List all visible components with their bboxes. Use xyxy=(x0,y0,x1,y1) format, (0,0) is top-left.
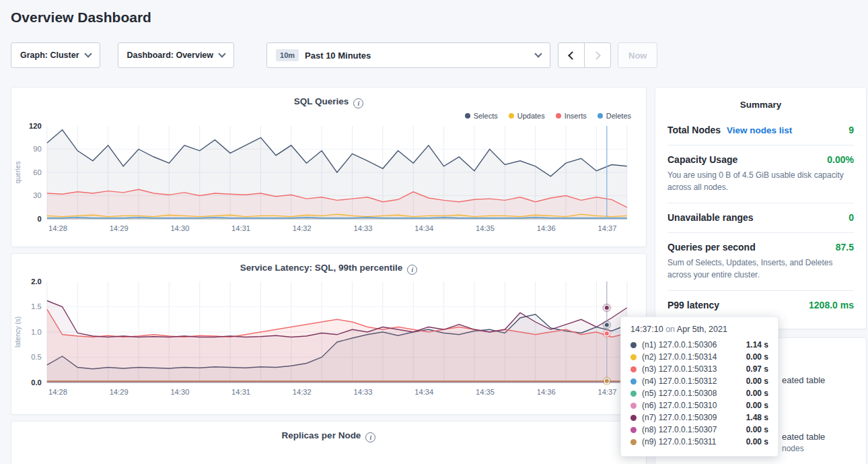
sql-queries-chart-card: SQL Queriesi SelectsUpdatesInsertsDelete… xyxy=(11,87,647,247)
tooltip-row: (n1) 127.0.0.1:503061.14 s xyxy=(630,339,768,351)
svg-text:14:37: 14:37 xyxy=(598,388,616,396)
legend-label: Selects xyxy=(474,112,498,120)
node-color-dot xyxy=(630,342,637,348)
chevron-down-icon xyxy=(84,50,92,57)
time-nav-buttons xyxy=(558,42,611,68)
tooltip-date: Apr 5th, 2021 xyxy=(677,325,727,334)
node-color-dot xyxy=(630,354,637,360)
summary-row-p99-latency: P99 latency 1208.0 ms xyxy=(667,291,854,320)
tooltip-row: (n7) 127.0.0.1:503091.48 s xyxy=(630,411,768,424)
dashboard-dropdown[interactable]: Dashboard: Overview xyxy=(118,42,235,68)
svg-text:14:34: 14:34 xyxy=(414,224,433,232)
info-icon[interactable]: i xyxy=(365,432,375,442)
toolbar: Graph: Cluster Dashboard: Overview 10m P… xyxy=(11,42,857,68)
time-back-button[interactable] xyxy=(558,42,585,68)
summary-description: Sum of Selects, Updates, Inserts, and De… xyxy=(667,257,854,281)
view-nodes-list-link[interactable]: View nodes list xyxy=(727,125,792,135)
time-forward-button[interactable] xyxy=(584,42,611,68)
now-button[interactable]: Now xyxy=(618,42,657,68)
legend-dot xyxy=(556,113,561,119)
sql-queries-chart[interactable]: 0306090120queries14:2814:2914:3014:3114:… xyxy=(11,121,637,236)
tooltip-node-label: (n2) 127.0.0.1:50314 xyxy=(642,352,746,362)
tooltip-node-value: 1.14 s xyxy=(746,340,768,350)
event-item[interactable]: eated table xyxy=(782,375,825,385)
tooltip-node-label: (n1) 127.0.0.1:50306 xyxy=(642,340,746,350)
legend-item[interactable]: Inserts xyxy=(556,112,587,120)
svg-text:14:35: 14:35 xyxy=(476,224,495,232)
svg-text:14:29: 14:29 xyxy=(110,224,129,232)
summary-row-unavailable-ranges: Unavailable ranges 0 xyxy=(667,203,854,233)
node-color-dot xyxy=(630,403,637,409)
summary-value: 9 xyxy=(848,125,854,135)
legend-dot xyxy=(465,113,470,119)
svg-text:14:32: 14:32 xyxy=(293,388,312,396)
service-latency-chart-card: Service Latency: SQL, 99th percentilei 0… xyxy=(11,253,647,415)
node-color-dot xyxy=(630,366,637,372)
svg-text:14:33: 14:33 xyxy=(354,224,373,232)
summary-row-total-nodes: Total Nodes View nodes list 9 xyxy=(667,116,854,145)
tooltip-node-value: 1.48 s xyxy=(746,413,768,422)
graph-dropdown-label: Graph: Cluster xyxy=(20,51,79,60)
svg-text:14:33: 14:33 xyxy=(354,388,373,396)
summary-label: Queries per second xyxy=(667,242,756,253)
tooltip-node-label: (n9) 127.0.0.1:50311 xyxy=(642,437,746,446)
info-icon[interactable]: i xyxy=(353,98,363,108)
tooltip-node-value: 0.00 s xyxy=(746,437,768,446)
summary-label: Capacity Usage xyxy=(667,154,737,165)
chevron-right-icon xyxy=(592,51,601,60)
tooltip-row: (n6) 127.0.0.1:503100.00 s xyxy=(630,399,768,411)
time-range-dropdown[interactable]: 10m Past 10 Minutes xyxy=(266,42,550,68)
event-item[interactable]: eated table xyxy=(782,432,825,442)
tooltip-row: (n4) 127.0.0.1:503120.00 s xyxy=(630,375,768,387)
tooltip-row: (n5) 127.0.0.1:503080.00 s xyxy=(630,387,768,399)
svg-text:2.0: 2.0 xyxy=(31,277,42,286)
info-icon[interactable]: i xyxy=(407,265,417,275)
legend-label: Inserts xyxy=(565,112,587,120)
service-latency-chart[interactable]: 0.00.51.01.52.0latency (s)14:2814:2914:3… xyxy=(11,275,637,400)
tooltip-row: (n3) 127.0.0.1:503130.97 s xyxy=(630,363,768,375)
legend-dot xyxy=(598,113,603,119)
tooltip-node-value: 0.00 s xyxy=(746,376,768,386)
overview-dashboard-page: Overview Dashboard Graph: Cluster Dashbo… xyxy=(0,0,868,464)
chevron-down-icon xyxy=(218,50,225,57)
summary-value: 87.5 xyxy=(836,242,854,253)
svg-text:14:30: 14:30 xyxy=(170,388,189,396)
summary-row-queries-per-second: Queries per second 87.5 Sum of Selects, … xyxy=(667,233,854,291)
svg-text:120: 120 xyxy=(29,122,42,130)
svg-text:1.5: 1.5 xyxy=(31,303,42,311)
event-item-subtext: nodes xyxy=(782,444,804,453)
summary-row-capacity-usage: Capacity Usage 0.00% You are using 0 B o… xyxy=(667,145,854,203)
node-color-dot xyxy=(630,415,637,421)
svg-text:14:28: 14:28 xyxy=(48,388,67,396)
tooltip-node-label: (n5) 127.0.0.1:50308 xyxy=(642,389,746,398)
legend-item[interactable]: Updates xyxy=(509,112,545,120)
node-color-dot xyxy=(630,439,637,445)
summary-description: You are using 0 B of 4.5 GiB usable disk… xyxy=(667,169,854,193)
legend-item[interactable]: Deletes xyxy=(598,112,631,120)
summary-label: Unavailable ranges xyxy=(667,212,754,223)
charts-column: SQL Queriesi SelectsUpdatesInsertsDelete… xyxy=(11,87,647,464)
chevron-down-icon xyxy=(534,50,542,57)
chart-title: Service Latency: SQL, 99th percentile xyxy=(240,263,403,273)
graph-dropdown[interactable]: Graph: Cluster xyxy=(11,42,100,68)
chart-title: Replicas per Node xyxy=(282,430,361,440)
svg-text:14:30: 14:30 xyxy=(170,224,189,232)
summary-value: 1208.0 ms xyxy=(809,300,854,310)
svg-text:14:29: 14:29 xyxy=(110,388,129,396)
svg-text:14:36: 14:36 xyxy=(537,224,556,232)
time-range-label: Past 10 Minutes xyxy=(305,51,371,61)
chart-title-row: Replicas per Nodei xyxy=(11,422,646,442)
svg-text:14:31: 14:31 xyxy=(231,224,250,232)
legend-label: Deletes xyxy=(606,112,631,120)
tooltip-rows: (n1) 127.0.0.1:503061.14 s(n2) 127.0.0.1… xyxy=(630,339,768,448)
legend-item[interactable]: Selects xyxy=(465,112,498,120)
svg-text:14:36: 14:36 xyxy=(537,388,556,396)
svg-text:0.0: 0.0 xyxy=(31,378,42,387)
tooltip-row: (n8) 127.0.0.1:503070.00 s xyxy=(630,424,768,436)
chart-title-row: Service Latency: SQL, 99th percentilei xyxy=(11,254,646,275)
page-title: Overview Dashboard xyxy=(0,0,868,26)
tooltip-node-label: (n7) 127.0.0.1:50309 xyxy=(642,413,746,422)
tooltip-timestamp: 14:37:10 on Apr 5th, 2021 xyxy=(630,325,768,334)
tooltip-node-label: (n3) 127.0.0.1:50313 xyxy=(642,364,746,374)
chevron-left-icon xyxy=(568,51,577,60)
